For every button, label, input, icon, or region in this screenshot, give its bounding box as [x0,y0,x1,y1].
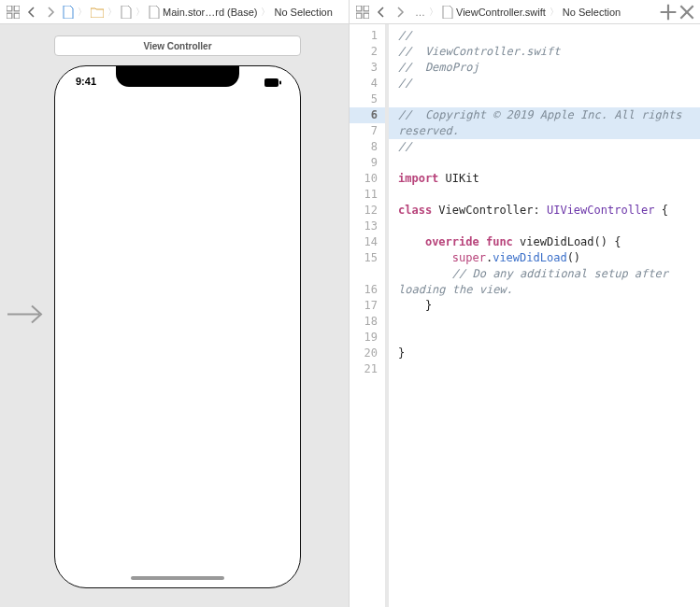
line-number: 21 [350,361,385,377]
code-line [398,361,700,377]
chevron-right-icon: 〉 [107,6,118,19]
source-editor[interactable]: 123456789101112131415161718192021 //// V… [350,24,700,607]
svg-rect-2 [7,13,12,19]
phone-notch [116,66,239,87]
svg-rect-8 [356,13,362,19]
code-content[interactable]: //// ViewController.swift// DemoProj// /… [389,24,700,607]
line-number: 2 [350,44,385,60]
jumpbar-right: … 〉 ViewController.swift 〉 No Selection [350,0,700,24]
nav-forward-button[interactable] [41,3,60,21]
entry-point-arrow-icon [6,301,47,332]
breadcrumb-file-label: ViewController.swift [456,7,546,18]
chevron-right-icon: 〉 [549,6,560,19]
line-number: 5 [350,92,385,107]
code-line: // Copyright © 2019 Apple Inc. All right… [389,107,700,139]
code-line [398,314,700,330]
code-line: // DemoProj [398,60,700,76]
battery-icon [264,77,281,90]
code-line: } [398,298,700,314]
home-indicator [131,576,224,580]
line-number: 6 [350,107,385,123]
add-editor-button[interactable] [659,3,678,21]
file-icon [121,6,132,19]
line-number: 13 [350,219,385,234]
code-line: import UIKit [398,171,700,187]
svg-rect-7 [364,6,369,11]
project-file-icon [63,6,74,19]
code-line [398,330,700,346]
breadcrumb-item-storyboard[interactable]: Main.stor…rd (Base) [146,0,260,23]
line-number: 4 [350,76,385,92]
folder-icon [91,7,104,18]
code-line [398,219,700,234]
svg-rect-6 [356,6,362,11]
svg-rect-9 [364,13,369,19]
line-number: 10 [350,171,385,187]
code-line: // [398,76,700,92]
code-line: } [398,346,700,361]
code-line [398,187,700,203]
breadcrumb-counterparts[interactable]: … [409,0,428,23]
line-number: 19 [350,330,385,346]
line-number: 16 [350,282,385,298]
breadcrumb-file-label: Main.stor…rd (Base) [163,7,257,18]
storyboard-pane: 〉 〉 〉 Main.stor…rd (Base) 〉 No Selection… [0,0,350,607]
svg-rect-0 [7,6,12,11]
related-items-icon[interactable] [353,3,372,21]
nav-back-button[interactable] [22,3,41,21]
related-items-icon[interactable] [4,3,22,21]
breadcrumb-selection-label: No Selection [563,7,621,18]
line-number: 17 [350,298,385,314]
line-number: 1 [350,28,385,44]
line-number: 18 [350,314,385,330]
breadcrumb-item-file[interactable]: ViewController.swift [439,0,549,23]
status-time-label: 9:41 [76,76,96,87]
scene[interactable]: View Controller 9:41 [54,35,301,588]
code-line: class ViewController: UIViewController { [398,203,700,219]
code-line: override func viewDidLoad() { [398,234,700,250]
chevron-right-icon: 〉 [77,6,88,19]
swift-file-icon [442,6,453,19]
storyboard-file-icon [149,6,160,19]
code-line: // Do any additional setup after loading… [398,266,700,298]
breadcrumb-selection[interactable]: No Selection [271,0,335,23]
line-number: 8 [350,139,385,155]
line-number-gutter: 123456789101112131415161718192021 [350,24,389,607]
breadcrumb-selection[interactable]: No Selection [560,0,623,23]
chevron-right-icon: 〉 [428,6,439,19]
storyboard-canvas[interactable]: View Controller 9:41 [0,24,349,607]
nav-forward-button[interactable] [391,3,409,21]
chevron-right-icon: 〉 [135,6,146,19]
line-number: 15 [350,250,385,282]
breadcrumb-item-group[interactable] [118,0,135,23]
phone-frame[interactable]: 9:41 [54,65,301,588]
chevron-right-icon: 〉 [260,6,271,19]
svg-rect-3 [14,13,20,19]
editor-pane: … 〉 ViewController.swift 〉 No Selection … [350,0,700,607]
code-line: // ViewController.swift [398,44,700,60]
line-number: 14 [350,234,385,250]
line-number: 11 [350,187,385,203]
svg-rect-5 [279,81,281,85]
close-editor-button[interactable] [678,3,696,21]
line-number: 3 [350,60,385,76]
breadcrumb-item-folder[interactable] [88,0,107,23]
breadcrumb-item-project[interactable] [60,0,77,23]
line-number: 7 [350,123,385,139]
code-line [398,92,700,107]
line-number: 9 [350,155,385,171]
svg-rect-4 [264,78,279,87]
code-line [398,155,700,171]
scene-title-bar[interactable]: View Controller [54,35,301,56]
nav-back-button[interactable] [372,3,391,21]
code-line: // [398,139,700,155]
code-line: // [398,28,700,44]
code-line [398,377,700,393]
breadcrumb-selection-label: No Selection [274,7,332,18]
jumpbar-left: 〉 〉 〉 Main.stor…rd (Base) 〉 No Selection [0,0,349,24]
breadcrumb-ellipsis: … [415,7,425,18]
line-number: 12 [350,203,385,219]
code-line: super.viewDidLoad() [398,250,700,266]
line-number: 20 [350,346,385,361]
scene-title-label: View Controller [143,41,211,51]
